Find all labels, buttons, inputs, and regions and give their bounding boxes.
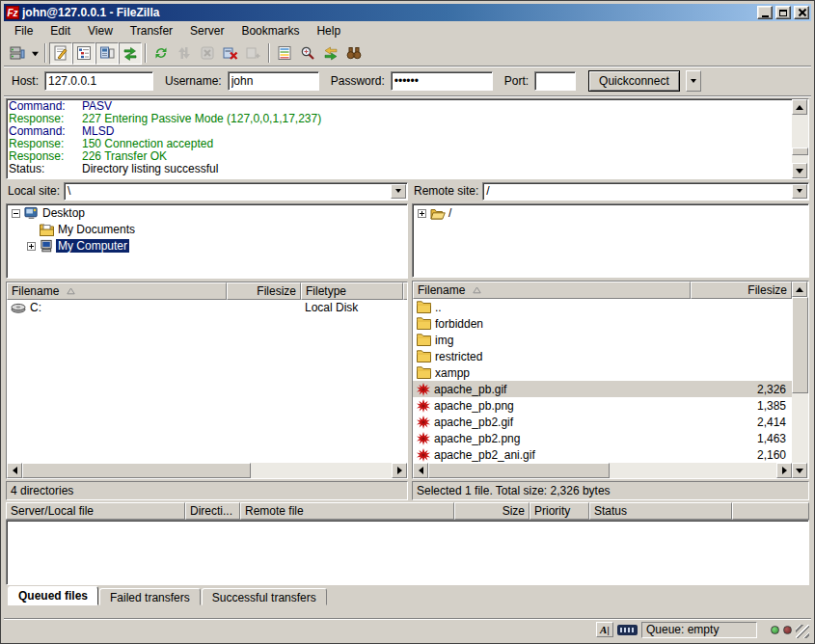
remote-site-combobox[interactable]: / [482,182,809,201]
menu-bookmarks[interactable]: Bookmarks [232,22,308,40]
file-cell [691,364,792,381]
username-input[interactable] [228,71,319,91]
remote-file-row[interactable]: .. [413,299,792,315]
remote-file-row[interactable]: apache_pb2.png1,463 [413,430,792,446]
chevron-down-icon [691,79,696,83]
toggle-remote-tree-button[interactable] [95,42,119,65]
local-site-combobox[interactable]: \ [64,182,408,201]
minimize-button[interactable] [757,6,773,19]
password-input[interactable] [391,71,493,91]
menu-edit[interactable]: Edit [41,22,79,40]
remote-file-row[interactable]: apache_pb2.gif2,414 [413,414,792,430]
close-button[interactable] [794,6,809,19]
expand-plus-icon[interactable] [27,242,36,251]
remote-horizontal-scrollbar[interactable] [413,463,792,478]
maximize-button[interactable] [775,6,791,19]
queue-column-server-local-file[interactable]: Server/Local file [6,502,185,520]
menu-view[interactable]: View [79,22,122,40]
site-manager-icon [10,45,25,61]
column-label: Filesize [747,283,787,297]
remote-file-row[interactable]: xampp [413,364,792,381]
local-tree-item-desktop[interactable]: Desktop [9,205,405,222]
refresh-button[interactable] [149,42,173,65]
queue-column-priority[interactable]: Priority [530,502,589,520]
local-column-l[interactable]: L [403,282,407,300]
site-manager-dropdown-button[interactable] [29,42,41,65]
file-cell-text: apache_pb.png [434,399,514,413]
chevron-down-icon [395,189,401,193]
quickconnect-dropdown-button[interactable] [686,70,701,92]
file-cell-text: apache_pb2_ani.gif [434,448,535,462]
local-site-label: Local site: [6,184,60,198]
file-cell: 1,385 [691,397,792,414]
collapse-minus-icon[interactable] [12,209,20,218]
file-cell-text: 2,160 [757,448,786,462]
queue-column-status[interactable]: Status [589,502,732,520]
remote-column-filename[interactable]: Filename [413,282,691,299]
toggle-local-tree-button[interactable] [72,42,95,65]
disconnect-icon [223,45,238,61]
log-line-label: Status: [9,163,82,175]
filezilla-window: Fz john@127.0.0.1 - FileZilla FileEditVi… [0,0,815,644]
tab-queued-files[interactable]: Queued files [8,586,98,605]
queue-column-directi-[interactable]: Directi... [185,502,240,520]
tree-item-label: My Computer [56,239,129,253]
remote-tree-item--[interactable]: / [415,205,806,222]
remote-file-row[interactable]: restricted [413,348,792,364]
local-tree-item-my-documents[interactable]: My Documents [9,222,405,238]
transfer-type-ascii-icon[interactable]: A| [596,622,613,637]
local-column-filetype[interactable]: Filetype [301,282,403,300]
quickconnect-button[interactable]: Quickconnect [588,70,680,92]
local-column-filesize[interactable]: Filesize [227,282,301,300]
remote-column-filesize[interactable]: Filesize [691,282,792,299]
file-cell-text: 2,414 [757,416,786,429]
scroll-down-icon [796,469,803,473]
host-input[interactable] [44,71,153,91]
remote-file-row[interactable]: forbidden [413,315,792,332]
expand-plus-icon[interactable] [418,209,426,218]
toggle-message-log-button[interactable] [49,42,72,65]
local-file-row[interactable]: C:Local Disk [7,300,407,316]
remote-pane: Remote site: / / FilenameFilesize ..forb… [412,181,809,500]
file-cell: 2,326 [691,381,792,397]
menu-transfer[interactable]: Transfer [122,22,181,40]
menu-server[interactable]: Server [181,22,232,40]
disconnect-button[interactable] [219,42,242,65]
tab-successful-transfers[interactable]: Successful transfers [202,588,327,605]
directory-filters-button[interactable] [273,42,296,65]
port-input[interactable] [534,71,576,91]
synchronized-browsing-button[interactable] [319,42,342,65]
remote-file-row[interactable]: apache_pb.png1,385 [413,397,792,414]
local-file-list-body: C:Local Disk [7,300,407,463]
remote-vertical-scrollbar[interactable] [792,282,808,478]
local-site-dropdown-button[interactable] [391,184,406,199]
queue-column-size[interactable]: Size [454,502,530,520]
local-column-filename[interactable]: Filename [7,282,227,300]
directory-comparison-button[interactable] [296,42,319,65]
folder-icon [417,317,431,330]
find-files-button[interactable] [342,42,366,65]
file-cell: C: [7,300,227,316]
toggle-transfer-queue-button[interactable] [119,42,142,65]
remote-site-dropdown-button[interactable] [792,184,807,199]
remote-file-row[interactable]: img [413,332,792,348]
file-cell-text: restricted [435,350,482,363]
remote-file-row[interactable]: apache_pb.gif2,326 [413,381,792,397]
local-tree-item-my-computer[interactable]: My Computer [9,238,405,255]
remote-file-row[interactable]: apache_pb2_ani.gif2,160 [413,446,792,463]
resize-grip[interactable] [796,625,809,638]
quickconnect-bar: Host: Username: Password: Port: Quickcon… [4,67,811,96]
file-cell: apache_pb2.png [413,430,691,446]
queue-column-blank[interactable] [732,502,809,520]
speed-limit-indicator-icon[interactable] [617,625,638,635]
local-horizontal-scrollbar[interactable] [7,463,407,478]
site-manager-button[interactable] [6,42,29,65]
menu-file[interactable]: File [6,22,41,40]
tab-failed-transfers[interactable]: Failed transfers [99,588,201,605]
queue-column-remote-file[interactable]: Remote file [240,502,454,520]
message-log-scrollbar[interactable] [792,99,808,178]
file-cell-text: .. [435,301,442,314]
menu-help[interactable]: Help [308,22,349,40]
local-site-bar: Local site: \ [6,181,408,201]
file-cell: forbidden [413,315,691,332]
